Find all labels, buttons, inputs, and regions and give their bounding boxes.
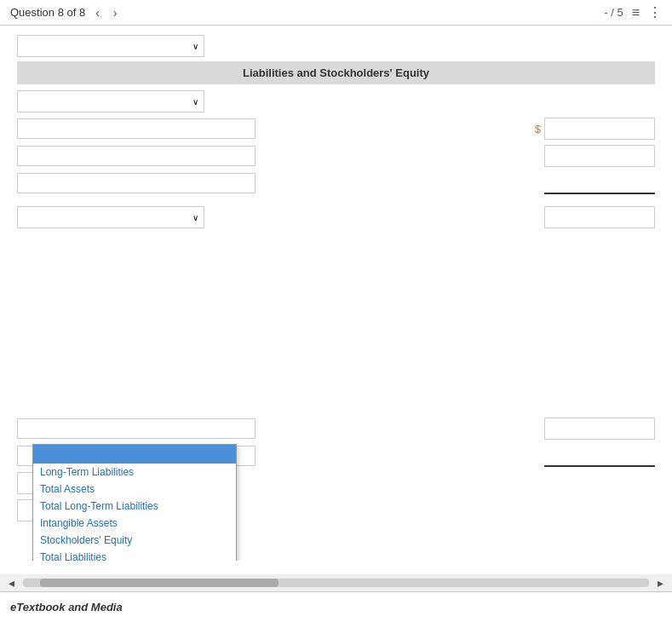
- text-input-2[interactable]: [17, 146, 256, 166]
- form-row-3: $: [17, 117, 655, 141]
- left-col-1: ∨: [17, 35, 307, 57]
- dropdown-item-5[interactable]: Total Liabilities: [33, 549, 236, 561]
- text-input-1[interactable]: [17, 118, 256, 139]
- form-row-dropdown-open: ∨ Long-Term Liabilities Total Assets Tot…: [17, 205, 655, 229]
- scroll-left-arrow[interactable]: ◂: [5, 576, 18, 590]
- scroll-track[interactable]: [23, 579, 649, 587]
- text-input-4[interactable]: [17, 418, 256, 439]
- right-col-5: [307, 172, 655, 194]
- left-col-5: [17, 173, 307, 193]
- scrollbar-area: ◂ ▸: [0, 574, 672, 591]
- right-col-3: $: [307, 118, 655, 140]
- top-bar-right: - / 5 ≡ ⋮: [604, 4, 662, 20]
- right-col-dropdown: [307, 206, 655, 228]
- scroll-thumb: [40, 579, 279, 587]
- scroll-right-arrow[interactable]: ▸: [654, 576, 667, 590]
- dropdown-list-header: [33, 445, 236, 464]
- dropdown-list: Long-Term Liabilities Total Assets Total…: [32, 444, 237, 561]
- right-input-5[interactable]: [544, 418, 655, 440]
- chevron-down-icon: ∨: [192, 42, 198, 51]
- top-bar: Question 8 of 8 ‹ › - / 5 ≡ ⋮: [0, 0, 672, 26]
- text-input-3[interactable]: [17, 173, 256, 193]
- dollar-sign: $: [535, 123, 541, 135]
- chevron-down-icon-open: ∨: [192, 213, 198, 222]
- dropdown-item-0[interactable]: Long-Term Liabilities: [33, 464, 236, 481]
- left-col-2: ∨: [17, 90, 307, 112]
- form-row-2: ∨: [17, 89, 655, 113]
- dropdown-item-3[interactable]: Intangible Assets: [33, 515, 236, 532]
- next-button[interactable]: ›: [110, 4, 121, 21]
- dropdown-item-2[interactable]: Total Long-Term Liabilities: [33, 498, 236, 515]
- dropdown-item-1[interactable]: Total Assets: [33, 481, 236, 498]
- dropdown-2[interactable]: ∨: [17, 90, 204, 112]
- form-row-1: ∨: [17, 34, 655, 58]
- form-row-5: [17, 171, 655, 195]
- left-col-3: [17, 118, 307, 139]
- footer-label: eTextbook and Media: [10, 601, 123, 613]
- right-input-2[interactable]: [544, 145, 655, 167]
- footer-bar: eTextbook and Media: [0, 591, 672, 622]
- top-bar-left: Question 8 of 8 ‹ ›: [10, 4, 121, 21]
- form-row-6: [17, 417, 655, 441]
- section-header: Liabilities and Stockholders' Equity: [17, 61, 655, 84]
- dropdown-1[interactable]: ∨: [17, 35, 204, 57]
- more-options-icon[interactable]: ⋮: [648, 4, 662, 20]
- question-label: Question 8 of 8: [10, 6, 85, 19]
- page-indicator: - / 5: [604, 6, 623, 19]
- right-input-3[interactable]: [544, 172, 655, 194]
- main-content: ∨ Liabilities and Stockholders' Equity ∨…: [0, 26, 672, 561]
- right-input-1[interactable]: [544, 118, 655, 140]
- right-input-4[interactable]: [544, 206, 655, 228]
- left-col-dropdown: ∨: [17, 206, 307, 228]
- footer-text: eTextbook and Media: [10, 601, 123, 613]
- right-input-6[interactable]: [544, 445, 655, 467]
- left-col-4: [17, 146, 307, 166]
- dropdown-open-trigger[interactable]: ∨: [17, 206, 204, 228]
- right-col-6: [307, 418, 655, 440]
- left-col-6: [17, 418, 307, 439]
- dropdown-item-4[interactable]: Stockholders' Equity: [33, 532, 236, 549]
- list-icon[interactable]: ≡: [632, 5, 640, 20]
- right-col-4: [307, 145, 655, 167]
- prev-button[interactable]: ‹: [92, 4, 103, 21]
- chevron-down-icon-2: ∨: [192, 97, 198, 107]
- right-col-7: [307, 445, 655, 467]
- form-row-4: [17, 144, 655, 168]
